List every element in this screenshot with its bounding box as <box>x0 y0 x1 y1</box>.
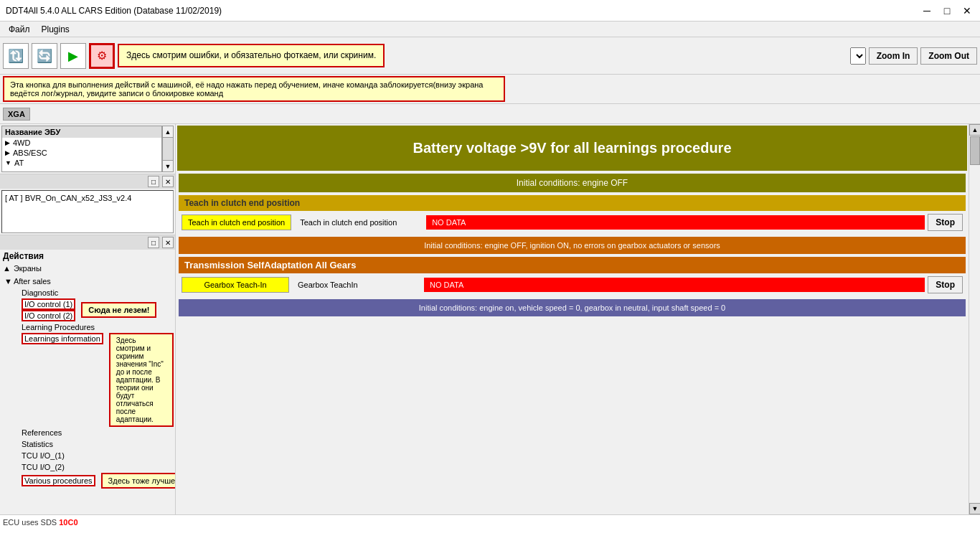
right-area: Battery voltage >9V for all learnings pr… <box>176 124 980 514</box>
screens-label: ▲ Экраны <box>0 263 175 274</box>
ecu-item-at[interactable]: ▼ AT <box>2 158 161 168</box>
toolbar: 🔃 🔄 ▶ ⚙ Здесь смотрим ошибки, и обязател… <box>0 37 980 75</box>
ecu-sds-value: 10C0 <box>59 518 77 527</box>
clutch-no-data: NO DATA <box>426 215 925 230</box>
ecu-select[interactable] <box>850 47 866 65</box>
clutch-procedure-row: Teach in clutch end position Teach in cl… <box>179 211 966 234</box>
trans-section-title: Transmission SelfAdaptation All Gears <box>179 257 966 273</box>
gearbox-stop-button[interactable]: Stop <box>928 276 963 293</box>
chevron-down-icon: ▼ <box>4 277 12 286</box>
log-ecu-line: ECU uses SDS 10C0 <box>3 518 977 527</box>
toolbar-btn-refresh[interactable]: 🔄 <box>32 43 57 69</box>
learnings-highlight-box: Learnings information <box>22 333 103 344</box>
gearbox-teach-label: Gearbox TeachIn <box>292 278 421 292</box>
tree-item-statistics[interactable]: Statistics <box>1 438 174 450</box>
close-button[interactable]: ✕ <box>960 4 974 18</box>
toolbar-btn-action[interactable]: ⚙ <box>89 43 115 69</box>
toolbar-btn-1[interactable]: 🔃 <box>3 43 29 69</box>
various-highlight-box: Various procedures <box>22 475 95 486</box>
scroll-down-arrow[interactable]: ▼ <box>163 160 173 171</box>
tree-item-tcu2[interactable]: TCU I/O_(2) <box>1 461 174 473</box>
zoom-out-button[interactable]: Zoom Out <box>920 47 977 65</box>
tree-item-various[interactable]: Various procedures <box>1 475 98 486</box>
content-inner: Battery voltage >9V for all learnings pr… <box>176 124 969 514</box>
left-panel: Название ЭБУ ▶ 4WD ▶ ABS/ESC ▼ AT ▲ ▼ <box>0 124 176 514</box>
window-controls: ─ □ ✕ <box>920 4 974 18</box>
window-title: DDT4All 5.4.0 ALL CARS Edition (Database… <box>6 6 222 16</box>
ecu-item-abs[interactable]: ▶ ABS/ESC <box>2 148 161 158</box>
learnings-info-group: Learnings information Здесь смотрим и ск… <box>1 333 174 427</box>
scroll-thumb[interactable] <box>970 136 980 165</box>
ecu-info-titlebar: □ ✕ <box>0 235 175 250</box>
ecu-list-scrollbar: ▲ ▼ <box>162 126 174 172</box>
io1-highlight-box: I/O control (1) <box>22 298 75 310</box>
ecu-panel-close-btn[interactable]: ✕ <box>162 176 174 187</box>
menu-file[interactable]: Файл <box>3 23 36 36</box>
various-tooltip: Здесь тоже лучше особо не лазить. <box>101 473 175 489</box>
scroll-up-arrow[interactable]: ▲ <box>163 126 173 138</box>
menu-bar: Файл Plugins <box>0 22 980 37</box>
maximize-button[interactable]: □ <box>940 4 954 18</box>
io-control-group: I/O control (1) I/O control (2) Сюда не … <box>1 298 174 321</box>
arrow-icon-abs: ▶ <box>5 149 10 156</box>
io2-highlight-box: I/O control (2) <box>22 310 75 321</box>
learnings-tooltip: Здесь смотрим и скриним значения "Inc" д… <box>109 333 174 427</box>
tree-item-learnings-info[interactable]: Learnings information <box>1 333 106 344</box>
toolbar-tooltip2: Эта кнопка для выполнения действий с маш… <box>3 76 505 102</box>
clutch-section-title: Teach in clutch end position <box>179 195 966 211</box>
main-layout: Название ЭБУ ▶ 4WD ▶ ABS/ESC ▼ AT ▲ ▼ <box>0 124 980 514</box>
title-bar: DDT4All 5.4.0 ALL CARS Edition (Database… <box>0 0 980 22</box>
io-tooltip: Сюда не лезем! <box>81 302 156 318</box>
clutch-stop-button[interactable]: Stop <box>928 214 963 231</box>
tree-container: ▼ After sales Diagnostic I/O control (1) <box>0 274 175 514</box>
toolbar-tooltip: Здесь смотрим ошибки, и обязательно фотк… <box>118 44 385 67</box>
ecu-info-close-btn[interactable]: ✕ <box>162 237 174 248</box>
ecu-panel-restore-btn[interactable]: □ <box>148 176 159 187</box>
various-proc-group: Various procedures Здесь тоже лучше особ… <box>1 473 174 489</box>
ecu-info-box: [ AT ] BVR_On_CAN_x52_JS3_v2.4 <box>1 190 174 233</box>
log-area: ECU uses SDS 10C0 <box>0 514 980 551</box>
ecu-item-4wd[interactable]: ▶ 4WD <box>2 138 161 148</box>
tree-item-after-sales[interactable]: ▼ After sales <box>1 276 174 287</box>
tree-item-io1[interactable]: I/O control (1) <box>1 298 78 310</box>
tree-item-references[interactable]: References <box>1 427 174 438</box>
toolbar-btn-go[interactable]: ▶ <box>60 43 86 69</box>
tree-item-tcu1[interactable]: TCU I/O_(1) <box>1 450 174 461</box>
zoom-in-button[interactable]: Zoom In <box>869 47 918 65</box>
gearbox-teach-button[interactable]: Gearbox Teach-In <box>182 277 289 293</box>
actions-label: Действия <box>0 250 175 263</box>
ecu-uses-label: ECU uses SDS <box>3 518 59 527</box>
tooltip-row2: Эта кнопка для выполнения действий с маш… <box>0 75 980 104</box>
battery-notice: Battery voltage >9V for all learnings pr… <box>177 126 967 171</box>
initial-condition-1: Initial conditions: engine OFF <box>179 174 966 192</box>
ecu-list: Название ЭБУ ▶ 4WD ▶ ABS/ESC ▼ AT <box>1 126 162 172</box>
ecu-list-titlebar: □ ✕ <box>0 174 175 189</box>
scroll-up-btn[interactable]: ▲ <box>969 124 980 136</box>
ecu-list-header: Название ЭБУ <box>2 126 161 138</box>
content-scrollbar: ▲ ▼ <box>969 124 980 514</box>
ecu-info-label: [ AT ] BVR_On_CAN_x52_JS3_v2.4 <box>5 194 131 202</box>
gearbox-procedure-row: Gearbox Teach-In Gearbox TeachIn NO DATA… <box>179 273 966 296</box>
ecu-info-restore-btn[interactable]: □ <box>148 237 159 248</box>
teach-clutch-button[interactable]: Teach in clutch end position <box>182 215 291 230</box>
gearbox-no-data: NO DATA <box>424 278 925 292</box>
menu-plugins[interactable]: Plugins <box>36 23 75 36</box>
initial-condition-2: Initial conditions: engine OFF, ignition… <box>179 237 966 254</box>
tree-item-io2[interactable]: I/O control (2) <box>1 310 78 321</box>
tree-item-learning-proc[interactable]: Learning Procedures <box>1 321 174 333</box>
xga-bar: XGA <box>0 104 980 124</box>
arrow-icon-4wd: ▶ <box>5 139 10 146</box>
minimize-button[interactable]: ─ <box>920 4 934 18</box>
tree-item-diagnostic[interactable]: Diagnostic <box>1 287 174 298</box>
arrow-icon-at: ▼ <box>5 159 11 166</box>
xga-label: XGA <box>3 108 30 121</box>
scroll-down-btn[interactable]: ▼ <box>969 503 980 514</box>
initial-condition-3: Initial conditions: engine on, vehicle s… <box>179 299 966 316</box>
teach-clutch-label: Teach in clutch end position <box>294 215 423 230</box>
